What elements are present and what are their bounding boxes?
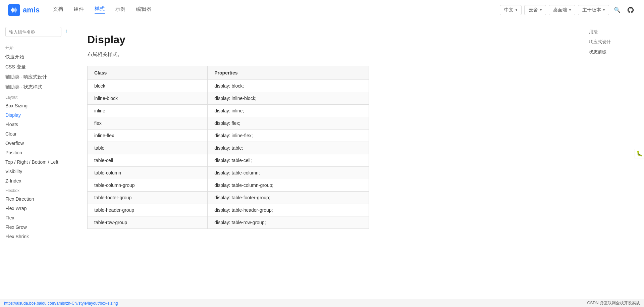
cloud-btn[interactable]: 云舍 ▾: [524, 5, 546, 15]
table-cell-class: table: [88, 142, 208, 154]
section-label-flexbox: Flexbox: [0, 186, 67, 194]
sidebar-item-clear[interactable]: Clear: [0, 129, 67, 139]
logo[interactable]: amis: [8, 4, 40, 16]
sidebar: 🔍 开始 快速开始 CSS 变量 辅助类 - 响应式设计 辅助类 - 状态样式 …: [0, 20, 67, 307]
chevron-down-icon: ▾: [603, 8, 605, 12]
table-cell-class: table-footer-group: [88, 192, 208, 204]
sidebar-item-box-sizing[interactable]: Box Sizing: [0, 101, 67, 110]
table-row: blockdisplay: block;: [88, 80, 369, 92]
logo-text: amis: [23, 6, 40, 14]
search-input[interactable]: [9, 30, 65, 35]
table-row: tabledisplay: table;: [88, 142, 369, 154]
sidebar-item-flex-grow[interactable]: Flex Grow: [0, 222, 67, 232]
table-cell-properties: display: flex;: [208, 117, 369, 130]
page-description: 布局相关样式。: [87, 51, 557, 58]
table-cell-properties: display: table-cell;: [208, 154, 369, 167]
nav-editor[interactable]: 编辑器: [136, 6, 151, 14]
sidebar-item-floats[interactable]: Floats: [0, 120, 67, 129]
search-button[interactable]: 🔍: [612, 5, 623, 15]
table-cell-class: inline: [88, 105, 208, 117]
header-right: 中文 ▾ 云舍 ▾ 桌面端 ▾ 主干版本 ▾ 🔍: [500, 5, 636, 15]
table-cell-properties: display: table-footer-group;: [208, 192, 369, 204]
table-cell-class: inline-block: [88, 92, 208, 105]
table-row: table-column-groupdisplay: table-column-…: [88, 179, 369, 192]
sidebar-item-flex-wrap[interactable]: Flex Wrap: [0, 204, 67, 213]
toc-item-responsive[interactable]: 响应式设计: [589, 37, 639, 47]
table-row: inline-flexdisplay: inline-flex;: [88, 130, 369, 142]
sidebar-item-trbl[interactable]: Top / Right / Bottom / Left: [0, 157, 67, 167]
section-label-layout: Layout: [0, 92, 67, 101]
search-icon: 🔍: [65, 29, 67, 35]
table-row: table-header-groupdisplay: table-header-…: [88, 204, 369, 216]
table-row: table-columndisplay: table-column;: [88, 167, 369, 179]
display-table: Class Properties blockdisplay: block;inl…: [87, 66, 369, 229]
table-cell-class: block: [88, 80, 208, 92]
status-right: CSDN @互联网全栈开发实战: [587, 300, 640, 306]
table-row: inlinedisplay: inline;: [88, 105, 369, 117]
section-label-start: 开始: [0, 42, 67, 52]
table-cell-class: table-header-group: [88, 204, 208, 216]
table-cell-properties: display: table-column-group;: [208, 179, 369, 192]
version-btn[interactable]: 主干版本 ▾: [578, 5, 609, 15]
sidebar-item-display[interactable]: Display: [0, 110, 67, 120]
main-layout: 🔍 开始 快速开始 CSS 变量 辅助类 - 响应式设计 辅助类 - 状态样式 …: [0, 20, 644, 307]
sidebar-item-flex-direction[interactable]: Flex Direction: [0, 194, 67, 204]
table-cell-properties: display: block;: [208, 80, 369, 92]
page-title: Display: [87, 34, 557, 46]
lang-btn[interactable]: 中文 ▾: [500, 5, 522, 15]
nav-style[interactable]: 样式: [95, 6, 105, 14]
table-cell-class: table-column-group: [88, 179, 208, 192]
table-cell-properties: display: table-row-group;: [208, 216, 369, 229]
sidebar-item-visibility[interactable]: Visibility: [0, 167, 67, 176]
logo-icon: [8, 4, 20, 16]
table-row: inline-blockdisplay: inline-block;: [88, 92, 369, 105]
sidebar-item-flex-shrink[interactable]: Flex Shrink: [0, 232, 67, 241]
table-cell-class: table-row-group: [88, 216, 208, 229]
sidebar-item-overflow[interactable]: Overflow: [0, 139, 67, 148]
toc-item-usage[interactable]: 用法: [589, 27, 639, 37]
table-cell-class: table-cell: [88, 154, 208, 167]
chevron-down-icon: ▾: [516, 8, 517, 12]
main-nav: 文档 组件 样式 示例 编辑器: [53, 6, 500, 14]
table-row: table-footer-groupdisplay: table-footer-…: [88, 192, 369, 204]
main-content: Display 布局相关样式。 Class Properties blockdi…: [67, 20, 577, 307]
table-cell-properties: display: table;: [208, 142, 369, 154]
bug-icon[interactable]: 🐛: [635, 149, 644, 158]
sidebar-item-flex[interactable]: Flex: [0, 213, 67, 222]
status-bar: https://aisuda.bce.baidu.com/amis/zh-CN/…: [0, 299, 644, 307]
desktop-btn[interactable]: 桌面端 ▾: [549, 5, 575, 15]
sidebar-item-responsive[interactable]: 辅助类 - 响应式设计: [0, 72, 67, 82]
chevron-down-icon: ▾: [540, 8, 542, 12]
sidebar-item-quickstart[interactable]: 快速开始: [0, 52, 67, 62]
nav-examples[interactable]: 示例: [115, 6, 125, 14]
table-cell-class: flex: [88, 117, 208, 130]
table-cell-properties: display: inline;: [208, 105, 369, 117]
toc-item-state[interactable]: 状态前缀: [589, 47, 639, 57]
header: amis 文档 组件 样式 示例 编辑器 中文 ▾ 云舍 ▾ 桌面端 ▾ 主干版…: [0, 0, 644, 20]
table-row: table-row-groupdisplay: table-row-group;: [88, 216, 369, 229]
table-row: table-celldisplay: table-cell;: [88, 154, 369, 167]
table-cell-class: table-column: [88, 167, 208, 179]
table-cell-properties: display: table-column;: [208, 167, 369, 179]
sidebar-item-state[interactable]: 辅助类 - 状态样式: [0, 82, 67, 92]
right-toc: 用法 响应式设计 状态前缀: [584, 20, 644, 307]
sidebar-item-position[interactable]: Position: [0, 148, 67, 157]
col-header-properties: Properties: [208, 66, 369, 80]
nav-docs[interactable]: 文档: [53, 6, 63, 14]
sidebar-item-z-index[interactable]: Z-Index: [0, 176, 67, 186]
table-cell-class: inline-flex: [88, 130, 208, 142]
table-cell-properties: display: inline-flex;: [208, 130, 369, 142]
sidebar-item-css-vars[interactable]: CSS 变量: [0, 62, 67, 72]
chevron-down-icon: ▾: [569, 8, 571, 12]
table-row: flexdisplay: flex;: [88, 117, 369, 130]
sidebar-search-box[interactable]: 🔍: [5, 27, 61, 37]
table-cell-properties: display: table-header-group;: [208, 204, 369, 216]
github-icon[interactable]: [625, 5, 636, 15]
nav-components[interactable]: 组件: [74, 6, 84, 14]
col-header-class: Class: [88, 66, 208, 80]
status-url: https://aisuda.bce.baidu.com/amis/zh-CN/…: [4, 301, 118, 306]
table-cell-properties: display: inline-block;: [208, 92, 369, 105]
